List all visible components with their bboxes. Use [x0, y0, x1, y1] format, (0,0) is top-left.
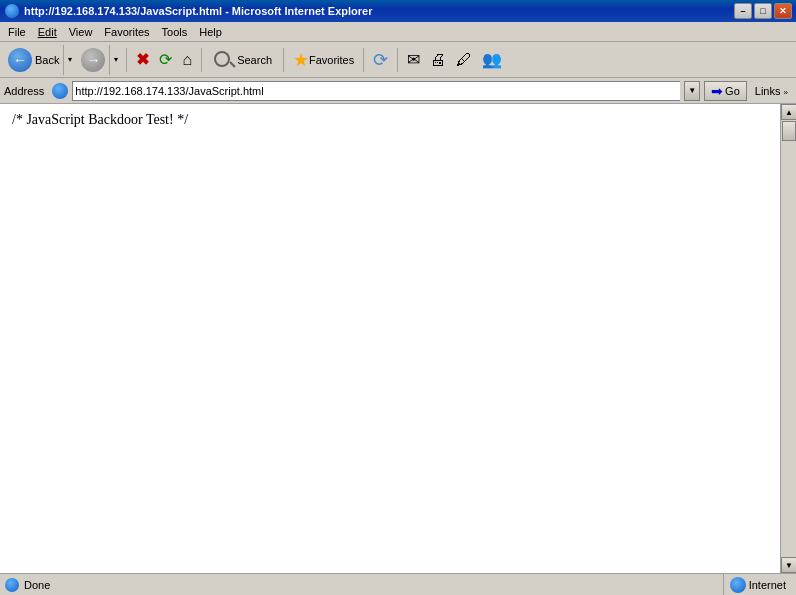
favorites-label: Favorites [309, 54, 354, 66]
menu-file[interactable]: File [2, 24, 32, 40]
search-button[interactable]: Search [207, 45, 278, 75]
back-icon: ← [8, 48, 32, 72]
address-page-icon [52, 83, 68, 99]
toolbar: ← Back ▾ → ▾ ✖ ⟳ ⌂ Search ★ Favorites ⟳ [0, 42, 796, 78]
forward-dropdown[interactable]: ▾ [109, 45, 121, 75]
scroll-down-button[interactable]: ▼ [781, 557, 796, 573]
back-button-group: ← Back ▾ [4, 45, 75, 75]
scroll-thumb[interactable] [782, 121, 796, 141]
media-icon: ⟳ [373, 49, 388, 71]
vertical-scrollbar[interactable]: ▲ ▼ [780, 104, 796, 573]
status-page-icon [4, 577, 20, 593]
stop-icon: ✖ [136, 50, 149, 69]
status-bar: Done Internet [0, 573, 796, 595]
title-bar-left: http://192.168.174.133/JavaScript.html -… [4, 3, 372, 19]
mail-button[interactable]: ✉ [403, 45, 424, 75]
title-bar: http://192.168.174.133/JavaScript.html -… [0, 0, 796, 22]
restore-button[interactable]: □ [754, 3, 772, 19]
go-arrow-icon: ➡ [711, 83, 723, 99]
favorites-star-icon: ★ [293, 49, 309, 71]
refresh-icon: ⟳ [159, 50, 172, 69]
search-label: Search [237, 54, 272, 66]
go-label: Go [725, 85, 740, 97]
address-bar: Address ▼ ➡ Go Links » [0, 78, 796, 104]
mail-icon: ✉ [407, 50, 420, 69]
address-input-wrapper [72, 81, 680, 101]
zone-label: Internet [749, 579, 786, 591]
print-button[interactable]: 🖨 [426, 45, 450, 75]
people-icon: 👥 [482, 50, 502, 69]
media-button[interactable]: ⟳ [369, 45, 392, 75]
back-dropdown[interactable]: ▾ [63, 45, 75, 75]
address-input[interactable] [75, 85, 678, 97]
edit-icon: 🖊 [456, 51, 472, 69]
internet-zone-icon [730, 577, 746, 593]
refresh-button[interactable]: ⟳ [155, 45, 176, 75]
address-dropdown[interactable]: ▼ [684, 81, 700, 101]
search-icon [213, 50, 233, 70]
print-icon: 🖨 [430, 51, 446, 69]
status-zone-panel: Internet [723, 574, 792, 596]
home-icon: ⌂ [182, 51, 192, 69]
ie-title-icon [4, 3, 20, 19]
stop-button[interactable]: ✖ [132, 45, 153, 75]
close-button[interactable]: ✕ [774, 3, 792, 19]
toolbar-sep-1 [126, 48, 127, 72]
toolbar-sep-5 [397, 48, 398, 72]
menu-edit[interactable]: Edit [32, 24, 63, 40]
favorites-button[interactable]: ★ Favorites [289, 45, 358, 75]
menu-favorites[interactable]: Favorites [98, 24, 155, 40]
menu-tools[interactable]: Tools [156, 24, 194, 40]
content-wrapper: /* JavaScript Backdoor Test! */ ▲ ▼ [0, 104, 796, 573]
links-arrow-icon: » [784, 88, 788, 97]
forward-button[interactable]: → [77, 45, 109, 75]
back-label: Back [35, 54, 59, 66]
menu-view[interactable]: View [63, 24, 99, 40]
forward-icon: → [81, 48, 105, 72]
toolbar-sep-3 [283, 48, 284, 72]
discuss-button[interactable]: 👥 [478, 45, 506, 75]
address-label: Address [4, 85, 48, 97]
toolbar-sep-4 [363, 48, 364, 72]
title-bar-buttons: – □ ✕ [734, 3, 792, 19]
links-label: Links [755, 85, 781, 97]
forward-button-group: → ▾ [77, 45, 121, 75]
links-button[interactable]: Links » [751, 85, 792, 97]
scroll-up-button[interactable]: ▲ [781, 104, 796, 120]
page-text: /* JavaScript Backdoor Test! */ [12, 112, 188, 127]
menu-bar: File Edit View Favorites Tools Help [0, 22, 796, 42]
status-right: Internet [723, 574, 792, 596]
status-text: Done [24, 579, 719, 591]
go-button[interactable]: ➡ Go [704, 81, 747, 101]
title-bar-text: http://192.168.174.133/JavaScript.html -… [24, 5, 372, 17]
toolbar-sep-2 [201, 48, 202, 72]
menu-help[interactable]: Help [193, 24, 228, 40]
edit-button[interactable]: 🖊 [452, 45, 476, 75]
minimize-button[interactable]: – [734, 3, 752, 19]
home-button[interactable]: ⌂ [178, 45, 196, 75]
page-content: /* JavaScript Backdoor Test! */ [0, 104, 780, 573]
scroll-track[interactable] [781, 120, 796, 557]
back-button[interactable]: ← Back [4, 45, 63, 75]
